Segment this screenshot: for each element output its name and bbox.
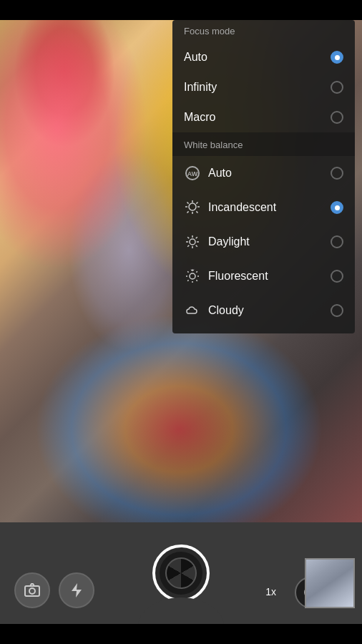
svg-line-7 <box>187 203 189 204</box>
wb-fluorescent-left: Fluorescent <box>184 268 268 285</box>
wb-incandescent-item[interactable]: Incandescent <box>172 190 355 225</box>
thumbnail-image <box>306 560 353 607</box>
wb-daylight-radio <box>331 235 343 248</box>
focus-infinity-label: Infinity <box>184 81 217 94</box>
wb-cloudy-label: Cloudy <box>208 304 244 317</box>
focus-auto-left: Auto <box>184 51 207 64</box>
wb-auto-radio <box>331 167 343 180</box>
wb-incandescent-radio <box>331 201 343 214</box>
wb-daylight-item[interactable]: Daylight <box>172 225 355 259</box>
focus-macro-radio <box>331 111 343 124</box>
svg-line-18 <box>196 237 197 238</box>
focus-macro-label: Macro <box>184 111 215 124</box>
svg-point-2 <box>189 203 196 210</box>
wb-daylight-label: Daylight <box>208 235 250 248</box>
svg-point-20 <box>190 273 195 279</box>
wb-auto-item[interactable]: AW Auto <box>172 156 355 190</box>
shutter-button[interactable] <box>152 545 210 602</box>
photo-thumbnail[interactable] <box>305 558 355 608</box>
white-balance-header: White balance <box>172 132 355 156</box>
wb-auto-left: AW Auto <box>184 165 232 182</box>
focus-mode-header: Focus mode <box>172 20 355 42</box>
svg-line-16 <box>187 237 189 238</box>
wb-auto-icon: AW <box>184 165 201 182</box>
focus-auto-radio <box>331 51 343 64</box>
svg-line-30 <box>191 270 192 271</box>
svg-line-25 <box>187 271 188 272</box>
focus-auto-item[interactable]: Auto <box>172 42 355 72</box>
camera-settings-dropdown: Focus mode Auto Infinity Macro White bal… <box>172 20 355 333</box>
wb-fluorescent-label: Fluorescent <box>208 270 268 283</box>
svg-line-10 <box>187 211 189 213</box>
svg-line-9 <box>196 203 197 204</box>
focus-infinity-left: Infinity <box>184 81 217 94</box>
wb-auto-label: Auto <box>208 167 232 180</box>
wb-cloudy-radio <box>331 304 343 317</box>
focus-infinity-item[interactable]: Infinity <box>172 72 355 102</box>
svg-line-31 <box>193 270 194 271</box>
wb-incandescent-label: Incandescent <box>208 201 276 214</box>
wb-cloudy-icon <box>184 302 201 319</box>
top-status-bar <box>0 0 362 20</box>
svg-line-28 <box>187 280 188 280</box>
wb-incandescent-icon <box>184 199 201 216</box>
svg-text:AW: AW <box>187 170 198 177</box>
focus-macro-left: Macro <box>184 111 215 124</box>
wb-fluorescent-item[interactable]: Fluorescent <box>172 259 355 293</box>
svg-line-19 <box>187 245 189 247</box>
svg-line-8 <box>196 211 197 213</box>
focus-auto-label: Auto <box>184 51 207 64</box>
svg-line-27 <box>196 271 197 272</box>
wb-cloudy-left: Cloudy <box>184 302 244 319</box>
svg-line-26 <box>196 280 197 280</box>
wb-daylight-left: Daylight <box>184 233 250 250</box>
wb-incandescent-left: Incandescent <box>184 199 276 216</box>
wb-fluorescent-icon <box>184 268 201 285</box>
wb-fluorescent-radio <box>331 270 343 283</box>
wb-cloudy-item[interactable]: Cloudy <box>172 293 355 328</box>
focus-infinity-radio <box>331 81 343 94</box>
svg-point-11 <box>190 239 195 245</box>
wb-daylight-icon <box>184 233 201 250</box>
svg-line-17 <box>196 245 197 247</box>
bottom-status-bar <box>0 624 362 644</box>
shutter-inner <box>160 552 202 595</box>
focus-macro-item[interactable]: Macro <box>172 102 355 132</box>
aperture-icon <box>165 557 197 589</box>
